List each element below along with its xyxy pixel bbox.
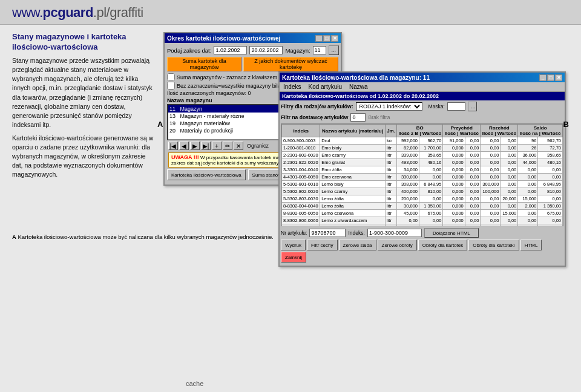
col-nazwa: Nazwa artykułu (materiału) [320, 125, 386, 137]
zamknij-btn[interactable]: Zamknij [281, 252, 306, 263]
table-row[interactable]: 4-4301-005-0050 Emo czerwona litr 330,00… [282, 174, 563, 181]
table-row[interactable]: 5-5302-802-0020 Lemo czarny litr 400,000… [282, 188, 563, 195]
add-btn[interactable]: + [212, 142, 222, 150]
edit-btn[interactable]: ✏ [223, 142, 232, 150]
filtr-dost-input[interactable] [350, 113, 366, 122]
filtr-cechy-btn[interactable]: Filtr cechy [307, 240, 337, 250]
article-text: Stany magazynowe przede wszystkim pozwal… [12, 56, 154, 180]
maska-btn[interactable]: ... [468, 102, 477, 111]
obroty-kartotek-btn[interactable]: Obroty dla kartotek [418, 240, 468, 250]
main-window-titlebar: Okres kartoteki ilościowo-wartościowej _… [165, 33, 341, 43]
table-row[interactable]: 2-2301-802-0020 Emo czarny litr 339,000 … [282, 152, 563, 159]
menu-kod[interactable]: Kod artykułu [307, 83, 343, 90]
table-row[interactable]: 8-8302-004-0040 Lemo żółta litr 30,000 1… [282, 203, 563, 210]
wydruk-btn[interactable]: Wydruk [281, 240, 306, 250]
bilansowe-checkbox[interactable] [167, 82, 175, 90]
minimize-btn[interactable]: _ [315, 35, 323, 42]
nr-art-input[interactable] [309, 229, 346, 237]
html-btn[interactable]: HTML [520, 240, 542, 250]
jakich-dok-btn[interactable]: Z jakich dokumentów wyliczać kartotekę [243, 57, 338, 71]
bottom-info-row: Nr artykułu: Indeks: Dołączone HTML [281, 228, 563, 238]
data-table-container[interactable]: Indeks Nazwa artykułu (materiału) Jm. BO… [281, 123, 563, 226]
ogranicz-label: Ogranicz [247, 143, 269, 149]
annotation-a-marker: A [157, 120, 163, 129]
action-buttons-row: Wydruk Filtr cechy Zerowe salda Zerowe o… [281, 240, 563, 263]
annotation-a: A Kartoteka ilościowo-wartościowa może b… [12, 233, 284, 249]
col-saldo: SaldoIlość na | Wartość [518, 125, 563, 137]
magazyn-input[interactable] [313, 46, 326, 54]
date-to-input[interactable] [249, 46, 283, 54]
table-row[interactable]: 8-8301-001-0010 Emo żółta z utwardzaczem… [282, 224, 563, 227]
zerowe-obroty-btn[interactable]: Zerowe obroty [378, 240, 417, 250]
main-content: Stany magazynowe i kartoteka ilościowo-w… [0, 25, 581, 230]
suma-checkbox[interactable] [167, 73, 175, 81]
page-header: www.pcguard.pl/graffiti [0, 0, 581, 25]
table-row[interactable]: 2-2301-822-0020 Emo granat litr 493,000 … [282, 159, 563, 166]
zerowe-salda-btn[interactable]: Zerowe salda [339, 240, 376, 250]
menu-indeks[interactable]: Indeks [282, 83, 302, 90]
obroty-kartoteki-btn[interactable]: Obroty dla kartoteki [468, 240, 519, 250]
kartoteka-btn[interactable]: Kartoteka ilościowo-wartościowa [167, 169, 246, 180]
col-jm: Jm. [386, 125, 397, 137]
filtr-dost-row: Filtr na dostawcę artykułów Brak filtra [281, 113, 563, 122]
kartoteka-body: Filtry dla rodzajów artykułów: RODZAJ 1 … [280, 100, 565, 266]
table-row[interactable]: 3-3301-004-0040 Emo żółta litr 34,000 0,… [282, 166, 563, 174]
site-title: www.pcguard.pl/graffiti [12, 5, 143, 20]
col-bo: BOIlość z B | Wartość [397, 125, 443, 137]
table-row[interactable]: 5-5302-801-0010 Lemo biały litr 308,000 … [282, 181, 563, 188]
k-maximize-btn[interactable]: □ [547, 74, 554, 81]
col-indeks: Indeks [282, 125, 320, 137]
cache-text: cache [186, 380, 203, 387]
close-btn[interactable]: ✕ [331, 35, 338, 42]
table-row[interactable]: 0-900-900-0003 Drut ko 992,000 962,70 91… [282, 137, 563, 145]
kartoteka-menubar: Indeks Kod artykułu Nazwa [280, 82, 565, 92]
kartoteka-window: Kartoteka ilościowo-wartościowa dla maga… [278, 71, 566, 267]
table-row[interactable]: 1-200-801-0010 Emo biały litr 82,000 1 7… [282, 145, 563, 152]
magazyn-btn[interactable]: ... [329, 45, 340, 55]
date-range-row: Podaj zakres dat: Magazyn: ... [167, 45, 338, 55]
kartoteka-subtitle: Kartoteka ilościowo-wartościowa od 1.02.… [280, 92, 565, 100]
maximize-btn[interactable]: □ [323, 35, 330, 42]
article-heading: Stany magazynowe i kartoteka ilościowo-w… [12, 32, 154, 53]
table-row[interactable]: 8-8302-005-0050 Lemo czerwona litr 45,00… [282, 210, 563, 217]
prev-btn[interactable]: ◀ [179, 142, 189, 150]
menu-nazwa[interactable]: Nazwa [348, 83, 369, 90]
filtr-art-select[interactable]: RODZAJ 1 indeksów: [356, 102, 422, 111]
k-close-btn[interactable]: ✕ [555, 74, 562, 81]
first-btn[interactable]: |◀ [168, 142, 178, 150]
next-btn[interactable]: ▶ [190, 142, 200, 150]
suma-kartotek-btn[interactable]: Suma kartotek dla magazynów [167, 57, 241, 71]
screenshot-column: A B Okres kartoteki ilościowo-wartościow… [163, 32, 569, 226]
maska-input[interactable] [447, 102, 465, 111]
dolaczone-btn[interactable]: Dołączone HTML [424, 228, 479, 238]
last-btn[interactable]: ▶| [201, 142, 211, 150]
k-minimize-btn[interactable]: _ [539, 74, 547, 81]
table-row[interactable]: 5-5302-803-0030 Lemo żółta litr 200,000 … [282, 195, 563, 203]
col-przychod: PrzychódIlość | Wartość [443, 125, 481, 137]
table-row[interactable]: 8-8302-806-0060 Lemo z utwardzaczem litr… [282, 217, 563, 224]
filtr-art-row: Filtry dla rodzajów artykułów: RODZAJ 1 … [281, 102, 563, 111]
kartoteka-titlebar: Kartoteka ilościowo-wartościowa dla maga… [280, 73, 565, 82]
date-from-input[interactable] [214, 46, 247, 54]
del-btn[interactable]: ✕ [234, 142, 243, 150]
kartoteka-table: Indeks Nazwa artykułu (materiału) Jm. BO… [281, 124, 563, 226]
indeks-input[interactable] [367, 229, 422, 237]
text-column: Stany magazynowe i kartoteka ilościowo-w… [12, 32, 163, 226]
annotation-b-marker: B [563, 120, 569, 129]
col-rozchod: RozchódIlość | Wartość [481, 125, 518, 137]
